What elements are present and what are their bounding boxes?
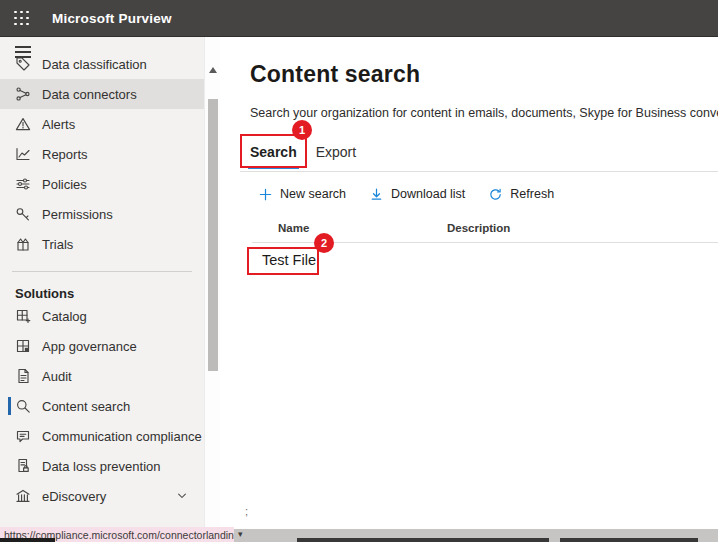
sidebar-section-header: Solutions bbox=[0, 272, 204, 296]
annotation-box-test-file bbox=[247, 247, 319, 275]
sidebar-item-label: Catalog bbox=[42, 309, 87, 324]
sliders-icon bbox=[15, 176, 31, 192]
sidebar-item-data-classification[interactable]: Data classification bbox=[0, 58, 204, 79]
sidebar-item-label: Communication compliance bbox=[42, 429, 202, 444]
sidebar-item-catalog[interactable]: Catalog bbox=[0, 301, 204, 331]
sidebar-item-policies[interactable]: Policies bbox=[0, 169, 204, 199]
refresh-icon bbox=[488, 187, 503, 202]
stray-text: ; bbox=[245, 505, 248, 517]
sidebar-item-reports[interactable]: Reports bbox=[0, 139, 204, 169]
new-search-button[interactable]: New search bbox=[258, 187, 346, 202]
tab-export[interactable]: Export bbox=[316, 139, 356, 171]
key-icon bbox=[15, 206, 31, 222]
command-bar: New search Download list Refresh bbox=[258, 183, 554, 205]
sidebar-item-label: Reports bbox=[42, 147, 88, 162]
plus-icon bbox=[258, 187, 273, 202]
chevron-down-icon[interactable] bbox=[176, 490, 188, 502]
column-header-name[interactable]: Name bbox=[278, 222, 309, 234]
sidebar-item-label: Permissions bbox=[42, 207, 113, 222]
grid-apps-icon bbox=[15, 338, 31, 354]
document-icon bbox=[15, 368, 31, 384]
document-lock-icon bbox=[15, 458, 31, 474]
sidebar-item-label: Audit bbox=[42, 369, 72, 384]
sidebar-item-content-search[interactable]: Content search bbox=[0, 391, 204, 421]
tab-bar-divider bbox=[240, 171, 718, 172]
app-top-bar: Microsoft Purview bbox=[0, 0, 718, 37]
download-list-button[interactable]: Download list bbox=[369, 187, 465, 202]
sidebar-item-trials[interactable]: Trials bbox=[0, 229, 204, 259]
sidebar-item-ediscovery[interactable]: eDiscovery bbox=[0, 481, 204, 511]
sidebar-nav-list: Data classification Data connectors Aler… bbox=[0, 58, 204, 528]
download-icon bbox=[369, 187, 384, 202]
page-description: Search your organization for content in … bbox=[250, 106, 718, 120]
status-caret-icon: ▾ bbox=[238, 529, 243, 539]
sidebar-item-label: Data classification bbox=[42, 58, 147, 72]
tag-icon bbox=[15, 58, 31, 72]
sidebar-item-data-loss-prevention[interactable]: Data loss prevention bbox=[0, 451, 204, 481]
sidebar-item-alerts[interactable]: Alerts bbox=[0, 109, 204, 139]
column-header-description[interactable]: Description bbox=[447, 222, 510, 234]
bottom-edge-segment bbox=[0, 538, 55, 542]
main-content: Content search Search your organization … bbox=[220, 37, 718, 528]
sidebar-item-communication-compliance[interactable]: Communication compliance bbox=[0, 421, 204, 451]
warning-triangle-icon bbox=[15, 116, 31, 132]
sidebar-scrollbar[interactable] bbox=[204, 37, 220, 528]
bottom-edge-segment bbox=[297, 538, 549, 542]
new-search-label: New search bbox=[280, 187, 346, 201]
refresh-button[interactable]: Refresh bbox=[488, 187, 554, 202]
scrollbar-up-arrow-icon[interactable] bbox=[209, 67, 217, 73]
line-chart-icon bbox=[15, 146, 31, 162]
page-title: Content search bbox=[250, 61, 420, 88]
sidebar-item-permissions[interactable]: Permissions bbox=[0, 199, 204, 229]
connectors-icon bbox=[15, 86, 31, 102]
search-icon bbox=[15, 398, 31, 414]
grid-plus-icon bbox=[15, 308, 31, 324]
sidebar-item-label: Data loss prevention bbox=[42, 459, 161, 474]
sidebar-item-label: Content search bbox=[42, 399, 130, 414]
sidebar-item-audit[interactable]: Audit bbox=[0, 361, 204, 391]
sidebar-item-label: Alerts bbox=[42, 117, 75, 132]
left-navigation-sidebar: Data classification Data connectors Aler… bbox=[0, 37, 204, 528]
bottom-edge-segment bbox=[560, 538, 698, 542]
annotation-badge-2: 2 bbox=[314, 233, 334, 253]
refresh-label: Refresh bbox=[510, 187, 554, 201]
download-list-label: Download list bbox=[391, 187, 465, 201]
app-launcher-waffle-icon[interactable] bbox=[14, 11, 29, 26]
sidebar-item-label: eDiscovery bbox=[42, 489, 106, 504]
gift-icon bbox=[15, 236, 31, 252]
chat-bubble-icon bbox=[15, 428, 31, 444]
sidebar-item-label: Policies bbox=[42, 177, 87, 192]
bank-building-icon bbox=[15, 488, 31, 504]
app-title: Microsoft Purview bbox=[52, 11, 172, 26]
sidebar-item-label: Data connectors bbox=[42, 87, 137, 102]
sidebar-item-label: App governance bbox=[42, 339, 137, 354]
sidebar-item-label: Trials bbox=[42, 237, 73, 252]
scrollbar-thumb[interactable] bbox=[208, 99, 218, 371]
annotation-badge-1: 1 bbox=[292, 120, 312, 140]
purview-window: Microsoft Purview Data classification Da… bbox=[0, 0, 718, 542]
sidebar-item-app-governance[interactable]: App governance bbox=[0, 331, 204, 361]
sidebar-item-data-connectors[interactable]: Data connectors bbox=[0, 79, 204, 109]
